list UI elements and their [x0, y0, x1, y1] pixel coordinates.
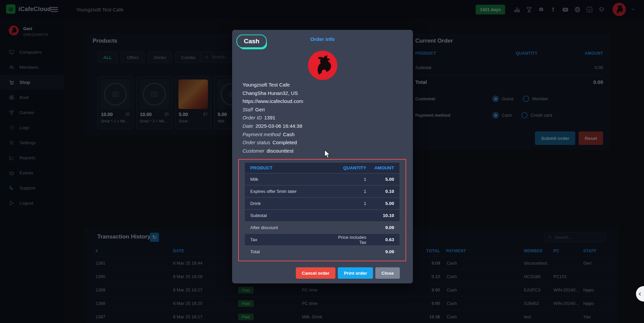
- field-payment-method: Payment methodCash: [243, 130, 303, 139]
- cell-amount: 9.09: [372, 246, 399, 258]
- cell-quantity: Price includes Tax: [330, 234, 372, 246]
- cell-quantity: [330, 210, 372, 222]
- cell-product: Expires offer 5min later: [245, 185, 330, 198]
- column-product: PRODUCT: [245, 163, 330, 173]
- cafe-website: https://www.icafecloud.com: [243, 97, 303, 106]
- cell-product: After discount: [245, 222, 330, 234]
- cell-product: Subtotal: [245, 210, 330, 222]
- cell-amount: 10.10: [372, 210, 399, 222]
- order-info-block: Youngzsoft Test Cafe ChangSha Hunan32, U…: [243, 81, 303, 155]
- column-quantity: QUANTITY: [330, 163, 372, 173]
- field-staff: StaffGeri: [243, 106, 303, 114]
- order-info-modal: Cash Order info Youngzsoft Test Cafe Cha…: [232, 30, 413, 283]
- cell-amount: 0.63: [372, 234, 399, 246]
- app-root: i2 iCafeCloud Youngzsoft Test Cafe 1421 …: [0, 0, 644, 323]
- cell-amount: 0.10: [372, 185, 399, 198]
- cafe-logo: [308, 51, 337, 80]
- print-order-button[interactable]: Print order: [338, 267, 373, 279]
- order-subtotal-row: Subtotal 10.10: [245, 210, 399, 222]
- cell-product: Total: [245, 246, 330, 258]
- cell-quantity: 1: [330, 173, 372, 185]
- cell-product: Tax: [245, 234, 330, 246]
- close-button[interactable]: Close: [375, 267, 400, 279]
- cell-product: Drink: [245, 198, 330, 210]
- field-date: Date2025-03-06 16:44:38: [243, 122, 303, 130]
- cell-quantity: [330, 246, 372, 258]
- cell-quantity: 1: [330, 185, 372, 198]
- column-amount: AMOUNT: [372, 163, 399, 173]
- cell-product: Milk: [245, 173, 330, 185]
- cell-quantity: 1: [330, 198, 372, 210]
- order-item-row: Milk 1 5.00: [245, 173, 399, 185]
- order-item-row: Drink 1 5.00: [245, 198, 399, 210]
- cafe-name: Youngzsoft Test Cafe: [243, 81, 303, 89]
- order-items-highlight-box: PRODUCT QUANTITY AMOUNT Milk 1 5.00 Expi…: [238, 159, 406, 261]
- cancel-order-button[interactable]: Cancel order: [296, 267, 336, 279]
- field-order-id: Order ID1391: [243, 114, 303, 122]
- field-order-status: Order statusCompleted: [243, 139, 303, 147]
- cell-amount: 5.00: [372, 173, 399, 185]
- order-tax-row: Tax Price includes Tax 0.63: [245, 234, 399, 246]
- order-discount-row: After discount 9.09: [245, 222, 399, 234]
- order-item-row: Expires offer 5min later 1 0.10: [245, 185, 399, 198]
- order-total-row: Total 9.09: [245, 246, 399, 258]
- cell-quantity: [330, 222, 372, 234]
- order-items-header-row: PRODUCT QUANTITY AMOUNT: [245, 163, 399, 173]
- field-customer: Customerdiscounttest: [243, 147, 303, 155]
- modal-title: Order info: [232, 36, 413, 42]
- order-items-table: PRODUCT QUANTITY AMOUNT Milk 1 5.00 Expi…: [245, 163, 399, 258]
- cafe-address: ChangSha Hunan32, US: [243, 89, 303, 98]
- cell-amount: 9.09: [372, 222, 399, 234]
- cell-amount: 5.00: [372, 198, 399, 210]
- modal-actions: Cancel order Print order Close: [296, 267, 400, 279]
